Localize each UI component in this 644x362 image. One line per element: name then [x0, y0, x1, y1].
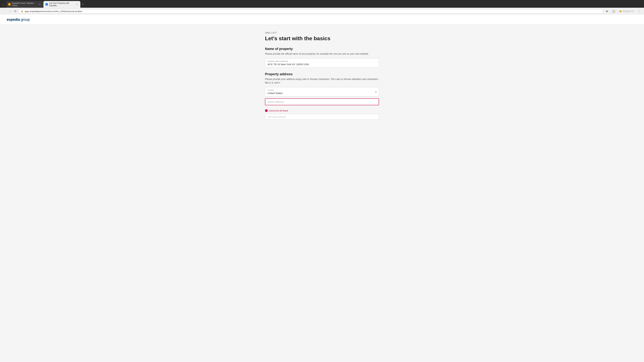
country-select[interactable]: Country United States ▾ [265, 87, 379, 96]
page-content: expedia group Step 1 of 3 Let's start wi… [0, 15, 644, 362]
form-container: Step 1 of 3 Let's start with the basics … [262, 25, 382, 134]
tab-expedia-travel[interactable]: E Expedia Travel: Vacation Home... ✕ [6, 1, 43, 8]
incognito-icon: 😿 [619, 10, 622, 12]
street-address-field[interactable] [265, 98, 379, 105]
street-error-message: ! Cannot be left blank [265, 109, 379, 112]
step-indicator: Step 1 of 3 [265, 31, 379, 34]
tab1-favicon: E [8, 3, 10, 5]
property-address-section: Property address Please provide your add… [265, 72, 379, 120]
unit-number-field[interactable]: Unit number (optional) [265, 114, 379, 120]
tab-bar: ⌄ E Expedia Travel: Vacation Home... ✕ L… [0, 0, 644, 8]
expedia-logo: expedia group [7, 17, 30, 22]
address-text: apps.expediapartnercentral.com/en_US/lis… [25, 10, 601, 12]
error-text: Cannot be left blank [269, 109, 288, 112]
browser-chrome: ⌄ E Expedia Travel: Vacation Home... ✕ L… [0, 0, 644, 15]
property-name-description: Please provide the official name of your… [265, 52, 379, 56]
unit-number-label: Unit number (optional) [268, 116, 376, 118]
property-name-label: Property name (optional) [268, 60, 376, 62]
tab2-label: List Your Property with Expedia... [49, 2, 74, 7]
new-tab-button[interactable]: + [81, 2, 85, 6]
tab1-label: Expedia Travel: Vacation Home... [12, 2, 37, 7]
country-label: Country [268, 89, 376, 91]
tab2-close-button[interactable]: ✕ [76, 3, 78, 6]
address-bar[interactable]: 🔒 apps.expediapartnercentral.com/en_US/l… [18, 9, 603, 13]
forward-button[interactable]: → [8, 9, 12, 14]
street-address-input[interactable] [268, 100, 376, 103]
property-name-input[interactable] [268, 63, 376, 66]
logo-text: expedia group [7, 17, 30, 22]
tab2-favicon: L [46, 3, 48, 5]
reload-button[interactable]: ↻ [14, 9, 17, 14]
property-address-heading: Property address [265, 72, 379, 76]
bookmark-button[interactable]: ★ [604, 9, 610, 14]
error-icon: ! [265, 109, 268, 112]
property-address-description: Please provide your address using Latin … [265, 77, 379, 84]
sidebar-button[interactable]: ◫ [611, 9, 616, 14]
property-name-heading: Name of property [265, 47, 379, 51]
tab1-close-button[interactable]: ✕ [38, 3, 41, 6]
incognito-button[interactable]: 😿 Incognito (2) [618, 9, 635, 13]
site-header: expedia group [0, 15, 644, 25]
tab-list-button[interactable]: ⌄ [1, 2, 6, 7]
property-name-section: Name of property Please provide the offi… [265, 47, 379, 67]
country-value: United States [268, 92, 376, 94]
lock-icon: 🔒 [21, 10, 23, 12]
property-name-field[interactable]: Property name (optional) [265, 58, 379, 67]
menu-button[interactable]: ⋮ [636, 9, 642, 14]
address-bar-row: ← → ↻ 🔒 apps.expediapartnercentral.com/e… [0, 8, 644, 15]
chevron-down-icon: ▾ [375, 90, 376, 93]
back-button[interactable]: ← [2, 9, 6, 14]
tab-list-property[interactable]: L List Your Property with Expedia... ✕ [44, 1, 80, 8]
page-title: Let's start with the basics [265, 35, 379, 41]
incognito-label: Incognito (2) [622, 10, 634, 12]
